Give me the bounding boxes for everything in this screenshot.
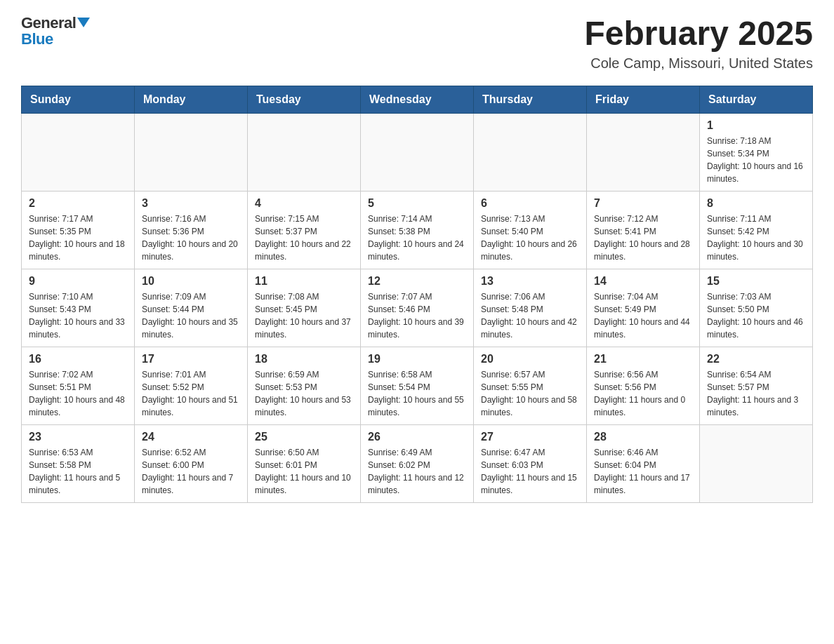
calendar-cell: 2Sunrise: 7:17 AMSunset: 5:35 PMDaylight… — [22, 192, 135, 269]
calendar-cell: 24Sunrise: 6:52 AMSunset: 6:00 PMDayligh… — [135, 425, 248, 503]
calendar-cell — [361, 114, 474, 192]
day-info: Sunrise: 6:54 AMSunset: 5:57 PMDaylight:… — [707, 368, 805, 419]
calendar-cell: 12Sunrise: 7:07 AMSunset: 5:46 PMDayligh… — [361, 269, 474, 347]
calendar-cell: 27Sunrise: 6:47 AMSunset: 6:03 PMDayligh… — [474, 425, 587, 503]
day-info: Sunrise: 6:50 AMSunset: 6:01 PMDaylight:… — [255, 446, 353, 497]
calendar-cell: 14Sunrise: 7:04 AMSunset: 5:49 PMDayligh… — [587, 269, 700, 347]
day-info: Sunrise: 7:06 AMSunset: 5:48 PMDaylight:… — [481, 290, 579, 341]
logo-general-text: General — [21, 14, 76, 32]
calendar-cell — [700, 425, 813, 503]
day-number: 21 — [594, 353, 692, 365]
calendar-cell — [135, 114, 248, 192]
day-info: Sunrise: 6:49 AMSunset: 6:02 PMDaylight:… — [368, 446, 466, 497]
day-info: Sunrise: 7:02 AMSunset: 5:51 PMDaylight:… — [29, 368, 127, 419]
day-info: Sunrise: 7:08 AMSunset: 5:45 PMDaylight:… — [255, 290, 353, 341]
day-number: 3 — [142, 197, 240, 210]
calendar-cell: 20Sunrise: 6:57 AMSunset: 5:55 PMDayligh… — [474, 347, 587, 425]
calendar-table: Sunday Monday Tuesday Wednesday Thursday… — [21, 86, 813, 503]
calendar-cell — [587, 114, 700, 192]
day-info: Sunrise: 6:47 AMSunset: 6:03 PMDaylight:… — [481, 446, 579, 497]
calendar-cell: 17Sunrise: 7:01 AMSunset: 5:52 PMDayligh… — [135, 347, 248, 425]
calendar-cell: 4Sunrise: 7:15 AMSunset: 5:37 PMDaylight… — [248, 192, 361, 269]
header-thursday: Thursday — [474, 86, 587, 114]
day-number: 22 — [707, 353, 805, 365]
calendar-cell: 21Sunrise: 6:56 AMSunset: 5:56 PMDayligh… — [587, 347, 700, 425]
day-info: Sunrise: 6:52 AMSunset: 6:00 PMDaylight:… — [142, 446, 240, 497]
calendar-cell: 28Sunrise: 6:46 AMSunset: 6:04 PMDayligh… — [587, 425, 700, 503]
calendar-week-row-4: 16Sunrise: 7:02 AMSunset: 5:51 PMDayligh… — [22, 347, 813, 425]
day-info: Sunrise: 7:11 AMSunset: 5:42 PMDaylight:… — [707, 213, 805, 263]
calendar-cell: 11Sunrise: 7:08 AMSunset: 5:45 PMDayligh… — [248, 269, 361, 347]
day-info: Sunrise: 7:01 AMSunset: 5:52 PMDaylight:… — [142, 368, 240, 419]
day-number: 28 — [594, 431, 692, 443]
title-block: February 2025 Cole Camp, Missouri, Unite… — [584, 14, 813, 72]
day-number: 6 — [481, 197, 579, 210]
day-number: 2 — [29, 197, 127, 210]
day-info: Sunrise: 7:13 AMSunset: 5:40 PMDaylight:… — [481, 213, 579, 263]
calendar-cell: 16Sunrise: 7:02 AMSunset: 5:51 PMDayligh… — [22, 347, 135, 425]
month-title: February 2025 — [584, 14, 813, 53]
calendar-cell: 25Sunrise: 6:50 AMSunset: 6:01 PMDayligh… — [248, 425, 361, 503]
calendar-week-row-2: 2Sunrise: 7:17 AMSunset: 5:35 PMDaylight… — [22, 192, 813, 269]
day-number: 24 — [142, 431, 240, 443]
calendar-cell: 5Sunrise: 7:14 AMSunset: 5:38 PMDaylight… — [361, 192, 474, 269]
day-info: Sunrise: 6:58 AMSunset: 5:54 PMDaylight:… — [368, 368, 466, 419]
day-info: Sunrise: 7:17 AMSunset: 5:35 PMDaylight:… — [29, 213, 127, 263]
day-number: 9 — [29, 275, 127, 288]
day-number: 7 — [594, 197, 692, 210]
calendar-cell: 6Sunrise: 7:13 AMSunset: 5:40 PMDaylight… — [474, 192, 587, 269]
calendar-cell: 22Sunrise: 6:54 AMSunset: 5:57 PMDayligh… — [700, 347, 813, 425]
header-saturday: Saturday — [700, 86, 813, 114]
calendar-cell: 15Sunrise: 7:03 AMSunset: 5:50 PMDayligh… — [700, 269, 813, 347]
day-number: 8 — [707, 197, 805, 210]
header-tuesday: Tuesday — [248, 86, 361, 114]
day-number: 26 — [368, 431, 466, 443]
calendar-cell: 26Sunrise: 6:49 AMSunset: 6:02 PMDayligh… — [361, 425, 474, 503]
day-number: 20 — [481, 353, 579, 365]
day-number: 17 — [142, 353, 240, 365]
calendar-cell: 19Sunrise: 6:58 AMSunset: 5:54 PMDayligh… — [361, 347, 474, 425]
calendar-cell — [248, 114, 361, 192]
day-number: 27 — [481, 431, 579, 443]
day-number: 25 — [255, 431, 353, 443]
location-title: Cole Camp, Missouri, United States — [584, 55, 813, 72]
day-number: 5 — [368, 197, 466, 210]
calendar-cell: 1Sunrise: 7:18 AMSunset: 5:34 PMDaylight… — [700, 114, 813, 192]
day-number: 11 — [255, 275, 353, 288]
day-number: 12 — [368, 275, 466, 288]
day-number: 1 — [707, 119, 805, 132]
header-monday: Monday — [135, 86, 248, 114]
day-number: 23 — [29, 431, 127, 443]
day-number: 18 — [255, 353, 353, 365]
day-info: Sunrise: 7:16 AMSunset: 5:36 PMDaylight:… — [142, 213, 240, 263]
calendar-cell: 23Sunrise: 6:53 AMSunset: 5:58 PMDayligh… — [22, 425, 135, 503]
calendar-cell — [22, 114, 135, 192]
day-number: 15 — [707, 275, 805, 288]
calendar-cell: 13Sunrise: 7:06 AMSunset: 5:48 PMDayligh… — [474, 269, 587, 347]
day-info: Sunrise: 7:04 AMSunset: 5:49 PMDaylight:… — [594, 290, 692, 341]
calendar-cell — [474, 114, 587, 192]
calendar-week-row-5: 23Sunrise: 6:53 AMSunset: 5:58 PMDayligh… — [22, 425, 813, 503]
calendar-week-row-3: 9Sunrise: 7:10 AMSunset: 5:43 PMDaylight… — [22, 269, 813, 347]
day-number: 16 — [29, 353, 127, 365]
day-info: Sunrise: 7:10 AMSunset: 5:43 PMDaylight:… — [29, 290, 127, 341]
calendar-cell: 7Sunrise: 7:12 AMSunset: 5:41 PMDaylight… — [587, 192, 700, 269]
calendar-cell: 8Sunrise: 7:11 AMSunset: 5:42 PMDaylight… — [700, 192, 813, 269]
header-friday: Friday — [587, 86, 700, 114]
day-info: Sunrise: 6:53 AMSunset: 5:58 PMDaylight:… — [29, 446, 127, 497]
calendar-cell: 10Sunrise: 7:09 AMSunset: 5:44 PMDayligh… — [135, 269, 248, 347]
day-number: 13 — [481, 275, 579, 288]
page-header: General Blue February 2025 Cole Camp, Mi… — [21, 14, 813, 72]
day-info: Sunrise: 6:56 AMSunset: 5:56 PMDaylight:… — [594, 368, 692, 419]
calendar-week-row-1: 1Sunrise: 7:18 AMSunset: 5:34 PMDaylight… — [22, 114, 813, 192]
calendar-cell: 18Sunrise: 6:59 AMSunset: 5:53 PMDayligh… — [248, 347, 361, 425]
day-info: Sunrise: 7:12 AMSunset: 5:41 PMDaylight:… — [594, 213, 692, 263]
day-info: Sunrise: 7:09 AMSunset: 5:44 PMDaylight:… — [142, 290, 240, 341]
header-wednesday: Wednesday — [361, 86, 474, 114]
day-info: Sunrise: 7:03 AMSunset: 5:50 PMDaylight:… — [707, 290, 805, 341]
day-number: 10 — [142, 275, 240, 288]
header-sunday: Sunday — [22, 86, 135, 114]
logo: General Blue — [21, 14, 90, 48]
day-info: Sunrise: 7:07 AMSunset: 5:46 PMDaylight:… — [368, 290, 466, 341]
calendar-cell: 9Sunrise: 7:10 AMSunset: 5:43 PMDaylight… — [22, 269, 135, 347]
